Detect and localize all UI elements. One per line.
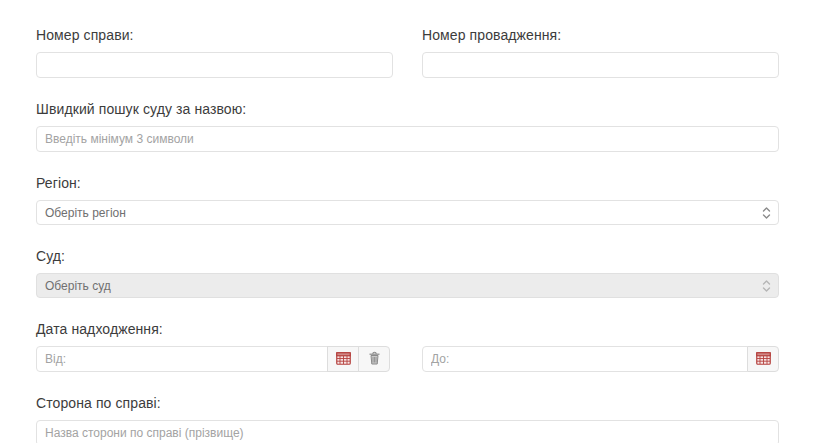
date-to-calendar-button[interactable] xyxy=(747,346,779,372)
court-quick-search-label: Швидкий пошук суду за назвою: xyxy=(36,101,779,117)
court-select-value: Оберіть суд xyxy=(45,279,111,293)
proceeding-number-group: Номер провадження: xyxy=(422,27,779,78)
calendar-icon xyxy=(756,351,771,368)
court-label: Суд: xyxy=(36,248,779,264)
region-select-value: Оберіть регіон xyxy=(45,206,126,220)
calendar-icon xyxy=(336,351,351,368)
date-to-input[interactable] xyxy=(422,346,748,372)
case-number-group: Номер справи: xyxy=(36,27,393,78)
receipt-date-group: Дата надходження: xyxy=(36,321,779,372)
court-search-form: Номер справи: Номер провадження: Швидкий… xyxy=(36,0,779,443)
date-from-input-group xyxy=(36,346,390,372)
receipt-date-row xyxy=(36,346,779,372)
up-down-chevron-icon xyxy=(762,206,771,220)
proceeding-number-input[interactable] xyxy=(422,52,779,78)
trash-icon xyxy=(368,351,381,368)
region-select[interactable]: Оберіть регіон xyxy=(36,200,779,225)
receipt-date-label: Дата надходження: xyxy=(36,321,779,337)
party-input[interactable] xyxy=(36,420,779,443)
party-group: Сторона по справі: xyxy=(36,395,779,443)
case-number-label: Номер справи: xyxy=(36,27,393,43)
up-down-chevron-icon xyxy=(762,279,771,293)
court-select: Оберіть суд xyxy=(36,273,779,298)
numbers-row: Номер справи: Номер провадження: xyxy=(36,27,779,78)
region-group: Регіон: Оберіть регіон xyxy=(36,175,779,225)
case-number-input[interactable] xyxy=(36,52,393,78)
date-to-input-group xyxy=(422,346,779,372)
date-from-input[interactable] xyxy=(36,346,328,372)
region-label: Регіон: xyxy=(36,175,779,191)
party-label: Сторона по справі: xyxy=(36,395,779,411)
court-quick-search-group: Швидкий пошук суду за назвою: xyxy=(36,101,779,152)
court-quick-search-input[interactable] xyxy=(36,126,779,152)
date-from-calendar-button[interactable] xyxy=(327,346,359,372)
court-group: Суд: Оберіть суд xyxy=(36,248,779,298)
date-from-clear-button[interactable] xyxy=(358,346,390,372)
proceeding-number-label: Номер провадження: xyxy=(422,27,779,43)
